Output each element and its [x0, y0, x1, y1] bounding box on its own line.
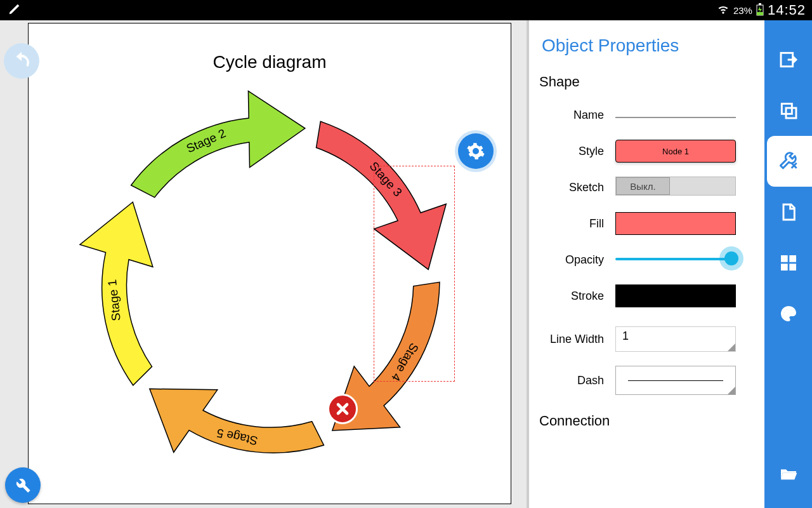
label-name: Name [539, 109, 615, 122]
label-fill: Fill [539, 217, 615, 231]
svg-point-11 [791, 258, 793, 260]
battery-percent: 23% [733, 5, 752, 16]
panel-title: Object Properties [539, 36, 754, 56]
stage-label: Stage 3 [367, 159, 404, 199]
properties-panel: Object Properties Shape Name Style Node … [527, 20, 764, 508]
wifi-icon [717, 3, 730, 18]
stage-label: Stage 2 [185, 126, 228, 156]
label-stroke: Stroke [539, 290, 615, 303]
svg-rect-9 [789, 264, 796, 271]
diagram-title: Cycle diagram [29, 52, 511, 72]
svg-point-15 [792, 312, 794, 314]
label-style: Style [539, 145, 615, 158]
cycle-stage[interactable] [150, 361, 324, 474]
canvas-area[interactable]: Cycle diagram Stage 1Stage 2Stage 3Stage… [0, 20, 527, 508]
stage-label: Stage 4 [389, 341, 421, 384]
style-selector[interactable]: Node 1 [615, 140, 736, 163]
export-icon[interactable] [764, 34, 812, 85]
tools-icon[interactable] [767, 136, 812, 187]
object-settings-button[interactable] [458, 133, 494, 169]
undo-button[interactable] [4, 43, 39, 79]
svg-point-12 [783, 312, 785, 314]
label-sketch: Sketch [539, 181, 615, 194]
svg-point-13 [785, 309, 787, 311]
dash-selector[interactable] [615, 366, 736, 395]
pencil-icon [8, 2, 22, 18]
stroke-color-picker[interactable] [615, 284, 736, 307]
right-toolbar [764, 20, 812, 508]
sketch-toggle[interactable]: Выкл. [615, 177, 736, 196]
palette-icon[interactable] [764, 288, 812, 339]
page-icon[interactable] [764, 187, 812, 237]
label-opacity: Opacity [539, 253, 615, 267]
folder-open-icon[interactable] [764, 448, 812, 499]
stage-label: Stage 1 [105, 279, 123, 321]
fill-color-picker[interactable] [615, 212, 736, 235]
cycle-stage[interactable] [283, 120, 466, 269]
section-shape: Shape [539, 74, 754, 90]
tools-fab-button[interactable] [5, 467, 41, 503]
name-input[interactable] [615, 104, 736, 118]
cycle-stage[interactable] [56, 202, 209, 386]
delete-button[interactable] [327, 394, 358, 424]
stage-label: Stage 5 [216, 426, 259, 448]
selection-rect [374, 166, 455, 382]
battery-icon [756, 3, 764, 18]
label-dash: Dash [539, 374, 615, 387]
label-linewidth: Line Width [539, 333, 615, 346]
svg-rect-1 [759, 3, 761, 5]
canvas-frame[interactable]: Cycle diagram Stage 1Stage 2Stage 3Stage… [28, 23, 511, 504]
svg-rect-2 [757, 12, 763, 15]
grid-icon[interactable] [764, 237, 812, 288]
svg-point-14 [790, 309, 792, 311]
svg-rect-8 [781, 264, 788, 271]
copy-icon[interactable] [764, 85, 812, 136]
clock-text: 14:52 [768, 2, 806, 18]
section-connection: Connection [539, 413, 754, 429]
linewidth-input[interactable]: 1 [615, 326, 736, 352]
cycle-stage[interactable] [130, 68, 305, 245]
status-bar: 23% 14:52 [0, 0, 812, 20]
opacity-slider[interactable] [615, 249, 736, 268]
svg-point-10 [783, 258, 785, 260]
